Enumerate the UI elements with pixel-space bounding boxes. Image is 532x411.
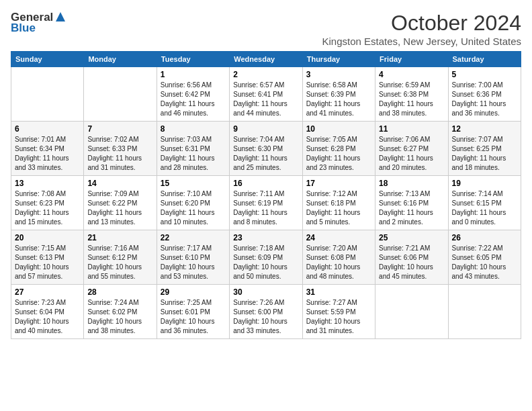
cell-sun-info: Sunrise: 7:15 AMSunset: 6:13 PMDaylight:…	[15, 244, 80, 281]
calendar-week-row: 27Sunrise: 7:23 AMSunset: 6:04 PMDayligh…	[11, 285, 521, 339]
calendar-cell: 17Sunrise: 7:12 AMSunset: 6:18 PMDayligh…	[302, 176, 375, 230]
day-number: 10	[306, 124, 371, 134]
logo: General Blue	[11, 11, 66, 35]
calendar-cell: 27Sunrise: 7:23 AMSunset: 6:04 PMDayligh…	[11, 285, 84, 339]
calendar-cell: 16Sunrise: 7:11 AMSunset: 6:19 PMDayligh…	[230, 176, 302, 230]
calendar-cell	[375, 285, 448, 339]
cell-sun-info: Sunrise: 7:05 AMSunset: 6:28 PMDaylight:…	[306, 135, 371, 173]
day-number: 9	[233, 124, 298, 134]
calendar-cell: 11Sunrise: 7:06 AMSunset: 6:27 PMDayligh…	[375, 122, 448, 176]
calendar-cell: 8Sunrise: 7:03 AMSunset: 6:31 PMDaylight…	[157, 122, 229, 176]
cell-sun-info: Sunrise: 7:20 AMSunset: 6:08 PMDaylight:…	[306, 244, 371, 281]
cell-sun-info: Sunrise: 7:08 AMSunset: 6:23 PMDaylight:…	[15, 189, 80, 227]
weekday-header: Tuesday	[157, 52, 229, 67]
calendar-cell	[448, 285, 521, 339]
cell-sun-info: Sunrise: 7:25 AMSunset: 6:01 PMDaylight:…	[161, 298, 226, 336]
calendar-table: SundayMondayTuesdayWednesdayThursdayFrid…	[11, 51, 521, 339]
day-number: 17	[306, 179, 371, 188]
day-number: 6	[15, 124, 80, 134]
day-number: 23	[233, 233, 298, 242]
cell-sun-info: Sunrise: 7:13 AMSunset: 6:16 PMDaylight:…	[379, 189, 444, 227]
day-number: 5	[452, 70, 517, 79]
svg-marker-0	[56, 12, 65, 21]
calendar-cell: 10Sunrise: 7:05 AMSunset: 6:28 PMDayligh…	[302, 122, 375, 176]
calendar-cell: 13Sunrise: 7:08 AMSunset: 6:23 PMDayligh…	[11, 176, 84, 230]
cell-sun-info: Sunrise: 6:57 AMSunset: 6:41 PMDaylight:…	[233, 81, 298, 118]
calendar-cell: 21Sunrise: 7:16 AMSunset: 6:12 PMDayligh…	[84, 230, 157, 285]
calendar-cell: 5Sunrise: 7:00 AMSunset: 6:36 PMDaylight…	[448, 67, 521, 122]
calendar-cell: 4Sunrise: 6:59 AMSunset: 6:38 PMDaylight…	[375, 67, 448, 122]
day-number: 19	[452, 179, 517, 188]
logo-blue: Blue	[11, 21, 36, 35]
calendar-cell: 14Sunrise: 7:09 AMSunset: 6:22 PMDayligh…	[84, 176, 157, 230]
day-number: 21	[87, 233, 152, 242]
cell-sun-info: Sunrise: 6:59 AMSunset: 6:38 PMDaylight:…	[379, 81, 444, 118]
cell-sun-info: Sunrise: 7:00 AMSunset: 6:36 PMDaylight:…	[452, 81, 517, 118]
day-number: 29	[161, 287, 226, 297]
weekday-header: Saturday	[448, 52, 521, 67]
calendar-cell: 23Sunrise: 7:18 AMSunset: 6:09 PMDayligh…	[230, 230, 302, 285]
day-number: 16	[233, 179, 298, 188]
calendar-cell: 18Sunrise: 7:13 AMSunset: 6:16 PMDayligh…	[375, 176, 448, 230]
location-subtitle: Kingston Estates, New Jersey, United Sta…	[322, 36, 521, 47]
calendar-cell: 26Sunrise: 7:22 AMSunset: 6:05 PMDayligh…	[448, 230, 521, 285]
calendar-cell: 3Sunrise: 6:58 AMSunset: 6:39 PMDaylight…	[302, 67, 375, 122]
calendar-cell: 29Sunrise: 7:25 AMSunset: 6:01 PMDayligh…	[157, 285, 229, 339]
day-number: 4	[379, 70, 444, 79]
page-header: General Blue October 2024 Kingston Estat…	[11, 11, 521, 47]
calendar-cell	[11, 67, 84, 122]
calendar-cell: 2Sunrise: 6:57 AMSunset: 6:41 PMDaylight…	[230, 67, 302, 122]
calendar-week-row: 6Sunrise: 7:01 AMSunset: 6:34 PMDaylight…	[11, 122, 521, 176]
day-number: 13	[15, 179, 80, 188]
calendar-cell: 30Sunrise: 7:26 AMSunset: 6:00 PMDayligh…	[230, 285, 302, 339]
cell-sun-info: Sunrise: 7:07 AMSunset: 6:25 PMDaylight:…	[452, 135, 517, 173]
day-number: 3	[306, 70, 371, 79]
calendar-cell: 25Sunrise: 7:21 AMSunset: 6:06 PMDayligh…	[375, 230, 448, 285]
cell-sun-info: Sunrise: 7:12 AMSunset: 6:18 PMDaylight:…	[306, 189, 371, 227]
calendar-week-row: 13Sunrise: 7:08 AMSunset: 6:23 PMDayligh…	[11, 176, 521, 230]
cell-sun-info: Sunrise: 7:18 AMSunset: 6:09 PMDaylight:…	[233, 244, 298, 281]
calendar-cell: 1Sunrise: 6:56 AMSunset: 6:42 PMDaylight…	[157, 67, 229, 122]
weekday-header: Thursday	[302, 52, 375, 67]
cell-sun-info: Sunrise: 7:09 AMSunset: 6:22 PMDaylight:…	[87, 189, 152, 227]
cell-sun-info: Sunrise: 7:16 AMSunset: 6:12 PMDaylight:…	[87, 244, 152, 281]
title-block: October 2024 Kingston Estates, New Jerse…	[322, 11, 521, 47]
day-number: 2	[233, 70, 298, 79]
weekday-header: Sunday	[11, 52, 84, 67]
day-number: 1	[161, 70, 226, 79]
calendar-cell: 12Sunrise: 7:07 AMSunset: 6:25 PMDayligh…	[448, 122, 521, 176]
cell-sun-info: Sunrise: 7:01 AMSunset: 6:34 PMDaylight:…	[15, 135, 80, 173]
weekday-header: Wednesday	[230, 52, 302, 67]
day-number: 22	[161, 233, 226, 242]
cell-sun-info: Sunrise: 6:58 AMSunset: 6:39 PMDaylight:…	[306, 81, 371, 118]
cell-sun-info: Sunrise: 7:06 AMSunset: 6:27 PMDaylight:…	[379, 135, 444, 173]
calendar-cell: 31Sunrise: 7:27 AMSunset: 5:59 PMDayligh…	[302, 285, 375, 339]
cell-sun-info: Sunrise: 7:14 AMSunset: 6:15 PMDaylight:…	[452, 189, 517, 227]
day-number: 11	[379, 124, 444, 134]
day-number: 12	[452, 124, 517, 134]
cell-sun-info: Sunrise: 7:27 AMSunset: 5:59 PMDaylight:…	[306, 298, 371, 336]
calendar-cell: 9Sunrise: 7:04 AMSunset: 6:30 PMDaylight…	[230, 122, 302, 176]
cell-sun-info: Sunrise: 7:21 AMSunset: 6:06 PMDaylight:…	[379, 244, 444, 281]
calendar-cell	[84, 67, 157, 122]
cell-sun-info: Sunrise: 7:17 AMSunset: 6:10 PMDaylight:…	[161, 244, 226, 281]
calendar-cell: 24Sunrise: 7:20 AMSunset: 6:08 PMDayligh…	[302, 230, 375, 285]
cell-sun-info: Sunrise: 7:26 AMSunset: 6:00 PMDaylight:…	[233, 298, 298, 336]
day-number: 26	[452, 233, 517, 242]
cell-sun-info: Sunrise: 7:24 AMSunset: 6:02 PMDaylight:…	[87, 298, 152, 336]
weekday-header-row: SundayMondayTuesdayWednesdayThursdayFrid…	[11, 52, 521, 67]
day-number: 15	[161, 179, 226, 188]
day-number: 7	[87, 124, 152, 134]
cell-sun-info: Sunrise: 7:23 AMSunset: 6:04 PMDaylight:…	[15, 298, 80, 336]
cell-sun-info: Sunrise: 7:10 AMSunset: 6:20 PMDaylight:…	[161, 189, 226, 227]
day-number: 25	[379, 233, 444, 242]
calendar-cell: 6Sunrise: 7:01 AMSunset: 6:34 PMDaylight…	[11, 122, 84, 176]
cell-sun-info: Sunrise: 6:56 AMSunset: 6:42 PMDaylight:…	[161, 81, 226, 118]
logo-icon	[54, 11, 66, 23]
cell-sun-info: Sunrise: 7:11 AMSunset: 6:19 PMDaylight:…	[233, 189, 298, 227]
calendar-cell: 22Sunrise: 7:17 AMSunset: 6:10 PMDayligh…	[157, 230, 229, 285]
day-number: 27	[15, 287, 80, 297]
calendar-cell: 19Sunrise: 7:14 AMSunset: 6:15 PMDayligh…	[448, 176, 521, 230]
day-number: 28	[87, 287, 152, 297]
calendar-week-row: 1Sunrise: 6:56 AMSunset: 6:42 PMDaylight…	[11, 67, 521, 122]
